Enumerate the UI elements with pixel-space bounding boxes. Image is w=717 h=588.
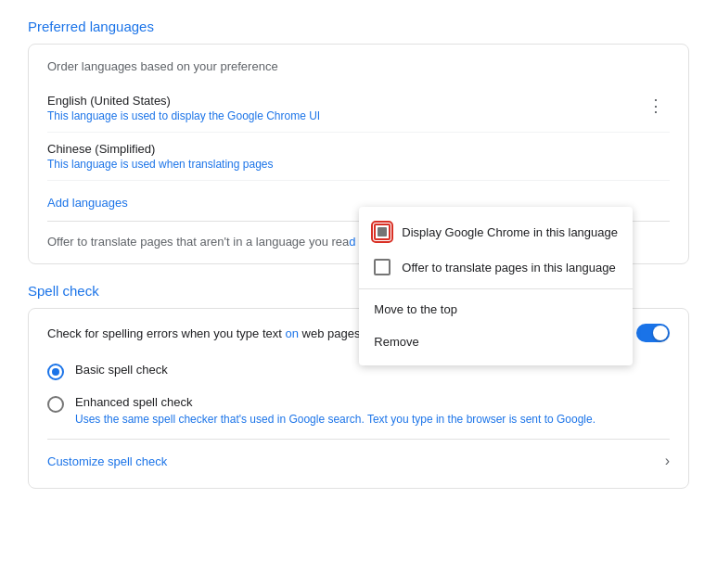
preferred-languages-section: Preferred languages Order languages base… (28, 19, 689, 264)
more-options-english[interactable]: ⋮ (642, 94, 670, 118)
on-highlight: on (286, 326, 299, 340)
language-name-english: English (United States) (47, 94, 320, 108)
dropdown-item-move-top-label: Move to the top (374, 302, 457, 316)
customize-spell-check-label: Customize spell check (47, 454, 167, 468)
language-desc-chinese: This language is used when translating p… (47, 158, 274, 171)
dropdown-item-display-label: Display Google Chrome in this language (402, 225, 618, 239)
customize-spell-check-row[interactable]: Customize spell check › (47, 443, 670, 473)
languages-card-subtitle: Order languages based on your preference (47, 59, 670, 73)
language-info-chinese: Chinese (Simplified) This language is us… (47, 142, 274, 171)
radio-basic-text: Basic spell check (75, 363, 168, 377)
dropdown-item-translate[interactable]: Offer to translate pages in this languag… (359, 249, 633, 285)
dropdown-item-remove-label: Remove (374, 335, 418, 349)
checkbox-inner-display (378, 227, 387, 236)
dropdown-item-move-top[interactable]: Move to the top (359, 293, 633, 326)
chevron-right-icon: › (665, 453, 670, 469)
radio-enhanced-text: Enhanced spell check Uses the same spell… (75, 395, 595, 428)
checkbox-display-language[interactable] (374, 224, 391, 240)
add-languages-link[interactable]: Add languages (47, 188, 128, 213)
enhanced-spell-check-label: Enhanced spell check (75, 395, 595, 409)
dropdown-item-translate-label: Offer to translate pages in this languag… (402, 261, 615, 275)
language-row-chinese: Chinese (Simplified) This language is us… (47, 133, 670, 181)
translate-highlight: when translating pages (159, 158, 273, 171)
radio-basic-circle[interactable] (47, 364, 64, 380)
radio-enhanced-spell-check[interactable]: Enhanced spell check Uses the same spell… (47, 388, 670, 435)
language-row-english: English (United States) This language is… (47, 84, 670, 133)
dropdown-item-remove[interactable]: Remove (359, 326, 633, 358)
radio-enhanced-circle[interactable] (47, 396, 64, 413)
languages-card: Order languages based on your preference… (28, 44, 689, 264)
dropdown-item-display[interactable]: Display Google Chrome in this language (359, 214, 633, 249)
basic-spell-check-label: Basic spell check (75, 363, 168, 377)
language-name-chinese: Chinese (Simplified) (47, 142, 274, 156)
spell-check-toggle[interactable] (636, 324, 670, 342)
language-info-english: English (United States) This language is… (47, 94, 320, 122)
dropdown-divider (359, 288, 633, 289)
language-desc-english: This language is used to display the Goo… (47, 109, 320, 122)
preferred-languages-title: Preferred languages (28, 19, 689, 34)
language-dropdown-menu: Display Google Chrome in this language O… (359, 207, 633, 365)
spell-check-divider (47, 439, 670, 440)
checkbox-offer-translate[interactable] (374, 259, 391, 275)
spell-check-toggle-label: Check for spelling errors when you type … (47, 326, 360, 340)
enhanced-spell-check-desc: Uses the same spell checker that's used … (75, 411, 595, 428)
